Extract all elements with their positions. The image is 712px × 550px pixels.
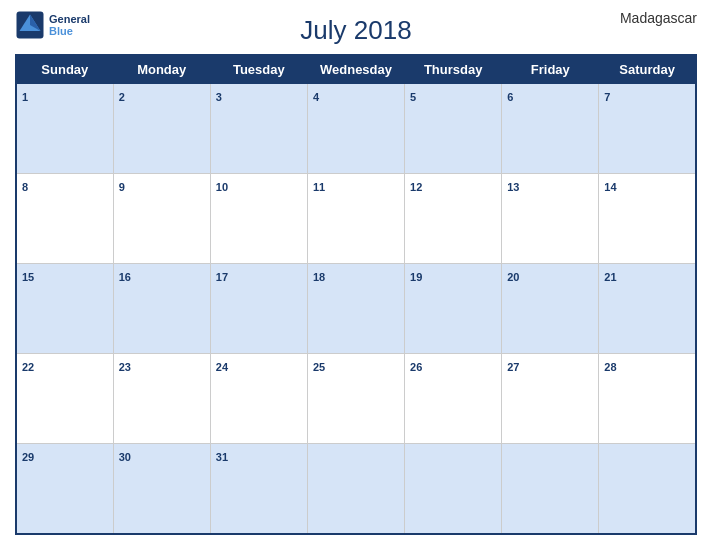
calendar-title: July 2018 <box>300 15 411 46</box>
date-number: 18 <box>313 271 325 283</box>
date-cell: 18 <box>307 264 404 354</box>
date-number: 27 <box>507 361 519 373</box>
date-cell: 26 <box>405 354 502 444</box>
date-number: 5 <box>410 91 416 103</box>
date-cell: 13 <box>502 174 599 264</box>
logo-icon <box>15 10 45 40</box>
date-number: 14 <box>604 181 616 193</box>
date-cell <box>307 444 404 534</box>
date-number: 31 <box>216 451 228 463</box>
date-number: 19 <box>410 271 422 283</box>
date-cell: 9 <box>113 174 210 264</box>
date-cell: 7 <box>599 84 696 174</box>
country-label: Madagascar <box>620 10 697 26</box>
date-number: 28 <box>604 361 616 373</box>
date-number: 2 <box>119 91 125 103</box>
date-number: 8 <box>22 181 28 193</box>
date-number: 3 <box>216 91 222 103</box>
date-cell: 1 <box>16 84 113 174</box>
date-cell: 19 <box>405 264 502 354</box>
date-number: 11 <box>313 181 325 193</box>
date-cell: 27 <box>502 354 599 444</box>
date-number: 9 <box>119 181 125 193</box>
date-cell: 3 <box>210 84 307 174</box>
header-wednesday: Wednesday <box>307 55 404 84</box>
date-number: 7 <box>604 91 610 103</box>
date-number: 16 <box>119 271 131 283</box>
header-sunday: Sunday <box>16 55 113 84</box>
date-cell: 2 <box>113 84 210 174</box>
date-cell: 31 <box>210 444 307 534</box>
date-cell: 14 <box>599 174 696 264</box>
calendar-header: General Blue July 2018 Madagascar <box>15 10 697 54</box>
date-cell: 17 <box>210 264 307 354</box>
date-number: 17 <box>216 271 228 283</box>
date-cell: 11 <box>307 174 404 264</box>
date-number: 20 <box>507 271 519 283</box>
logo: General Blue <box>15 10 90 40</box>
date-cell <box>599 444 696 534</box>
logo-text: General Blue <box>49 13 90 37</box>
week-row-3: 15161718192021 <box>16 264 696 354</box>
date-cell: 5 <box>405 84 502 174</box>
calendar-container: General Blue July 2018 Madagascar Sunday… <box>0 0 712 550</box>
date-cell: 21 <box>599 264 696 354</box>
header-thursday: Thursday <box>405 55 502 84</box>
date-number: 6 <box>507 91 513 103</box>
header-monday: Monday <box>113 55 210 84</box>
date-cell: 23 <box>113 354 210 444</box>
date-cell: 20 <box>502 264 599 354</box>
date-number: 23 <box>119 361 131 373</box>
date-number: 10 <box>216 181 228 193</box>
date-number: 1 <box>22 91 28 103</box>
day-headers-row: Sunday Monday Tuesday Wednesday Thursday… <box>16 55 696 84</box>
week-row-4: 22232425262728 <box>16 354 696 444</box>
date-cell: 4 <box>307 84 404 174</box>
date-cell: 8 <box>16 174 113 264</box>
date-number: 25 <box>313 361 325 373</box>
date-cell: 12 <box>405 174 502 264</box>
date-number: 21 <box>604 271 616 283</box>
date-number: 30 <box>119 451 131 463</box>
week-row-2: 891011121314 <box>16 174 696 264</box>
header-tuesday: Tuesday <box>210 55 307 84</box>
date-cell: 22 <box>16 354 113 444</box>
header-saturday: Saturday <box>599 55 696 84</box>
date-cell <box>502 444 599 534</box>
date-cell: 6 <box>502 84 599 174</box>
header-friday: Friday <box>502 55 599 84</box>
date-cell: 24 <box>210 354 307 444</box>
date-cell: 16 <box>113 264 210 354</box>
week-row-5: 293031 <box>16 444 696 534</box>
week-row-1: 1234567 <box>16 84 696 174</box>
date-cell: 30 <box>113 444 210 534</box>
date-number: 13 <box>507 181 519 193</box>
date-number: 12 <box>410 181 422 193</box>
date-number: 29 <box>22 451 34 463</box>
date-cell: 28 <box>599 354 696 444</box>
date-number: 24 <box>216 361 228 373</box>
date-number: 15 <box>22 271 34 283</box>
date-cell <box>405 444 502 534</box>
date-number: 26 <box>410 361 422 373</box>
date-cell: 10 <box>210 174 307 264</box>
date-cell: 25 <box>307 354 404 444</box>
date-number: 22 <box>22 361 34 373</box>
date-cell: 15 <box>16 264 113 354</box>
date-number: 4 <box>313 91 319 103</box>
calendar-table: Sunday Monday Tuesday Wednesday Thursday… <box>15 54 697 535</box>
date-cell: 29 <box>16 444 113 534</box>
